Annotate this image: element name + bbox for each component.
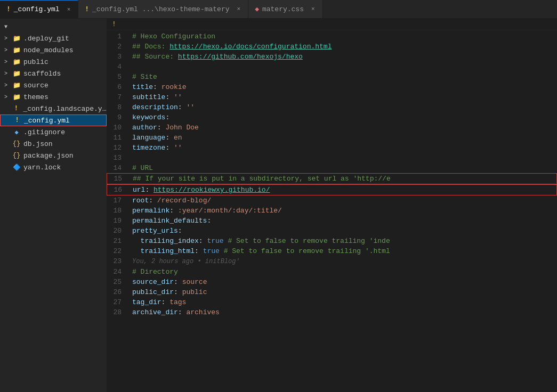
tab-config-yml-main[interactable]: !_config.yml× — [0, 0, 78, 18]
code-line-8: 8description: '' — [107, 102, 557, 112]
sidebar-label: node_modules — [23, 46, 74, 54]
token-comment: # Site — [132, 73, 157, 81]
code-line-22: 22 trailing_html: true # Set to false to… — [107, 246, 557, 256]
line-number: 23 — [107, 256, 128, 266]
token-key: archive_dir — [132, 308, 178, 316]
token-key: root — [132, 197, 149, 205]
code-line-23: 23You, 2 hours ago • initBlog' — [107, 256, 557, 267]
folder-arrow: > — [4, 83, 12, 88]
line-content: root: /record-blog/ — [128, 195, 557, 206]
code-line-15: 15## If your site is put in a subdirecto… — [107, 173, 557, 184]
token-key: permalink — [132, 207, 169, 215]
sidebar-item-deploy-git[interactable]: >📁.deploy_git — [0, 32, 107, 44]
token-white: : — [174, 288, 182, 296]
tab-close[interactable]: × — [66, 5, 72, 14]
line-content: ## If your site is put in a subdirectory… — [128, 174, 556, 184]
code-line-7: 7subtitle: '' — [107, 92, 557, 102]
sidebar-item-config-landscape[interactable]: !_config.landscape.yml — [0, 103, 107, 115]
token-string: tags — [169, 298, 186, 306]
folder-arrow: > — [4, 59, 12, 65]
main-layout: ▼ >📁.deploy_git>📁node_modules>📁public>📁s… — [0, 19, 557, 392]
token-string-val: '' — [174, 93, 182, 101]
breadcrumb-exclamation: ! — [112, 20, 116, 28]
folder-arrow: > — [4, 94, 12, 100]
code-line-25: 25source_dir: source — [107, 277, 557, 287]
line-number: 22 — [107, 246, 128, 256]
token-key: subtitle — [132, 93, 165, 101]
token-string: rookie — [162, 83, 187, 91]
line-content: keywords: — [128, 112, 557, 123]
line-number: 17 — [107, 195, 128, 206]
line-content: # Hexo Configuration — [128, 31, 557, 42]
sidebar-item-node-modules[interactable]: >📁node_modules — [0, 44, 107, 56]
token-white: : — [165, 134, 174, 142]
line-content: trailing_html: true # Set to false to re… — [128, 246, 557, 256]
code-line-28: 28archive_dir: archives — [107, 307, 557, 317]
line-number: 3 — [107, 52, 128, 62]
token-comment: # Set to false to remove trailing '.html — [220, 247, 390, 255]
json-icon: {} — [12, 140, 21, 148]
token-white: : — [149, 197, 157, 205]
line-number: 2 — [107, 42, 128, 52]
line-number: 9 — [107, 112, 128, 123]
sidebar-item-yarn-lock[interactable]: 🔷yarn.lock — [0, 161, 107, 173]
token-string-val: '' — [186, 103, 195, 111]
token-key: language — [132, 134, 165, 142]
code-line-24: 24# Directory — [107, 267, 557, 277]
sidebar-item-public[interactable]: >📁public — [0, 56, 107, 68]
code-line-18: 18permalink: :year/:month/:day/:title/ — [107, 206, 557, 216]
sidebar-item-themes[interactable]: >📁themes — [0, 91, 107, 103]
tab-label: _config.yml — [14, 5, 60, 13]
tab-matery-css[interactable]: ◆matery.css× — [248, 0, 322, 18]
sidebar: ▼ >📁.deploy_git>📁node_modules>📁public>📁s… — [0, 19, 107, 392]
tab-bar: !_config.yml×!_config.yml ...\hexo-theme… — [0, 0, 557, 19]
line-content: ## Docs: https://hexo.io/docs/configurat… — [128, 42, 557, 52]
token-bool: true — [207, 237, 223, 245]
blame-annotation: You, 2 hours ago • initBlog' — [132, 258, 240, 265]
line-content: ## Source: https://github.com/hexojs/hex… — [128, 52, 557, 62]
token-white: : — [178, 308, 187, 316]
token-bool: true — [203, 247, 220, 255]
json-icon: {} — [12, 152, 21, 159]
line-number: 1 — [107, 31, 128, 42]
line-number: 20 — [107, 226, 128, 236]
tab-close[interactable]: × — [236, 5, 242, 13]
sidebar-label: _config.yml — [24, 117, 70, 125]
token-key: pretty_urls — [132, 227, 178, 235]
line-content: permalink_defaults: — [128, 216, 557, 226]
sidebar-item-scaffolds[interactable]: >📁scaffolds — [0, 68, 107, 79]
tab-icon-exclamation: ! — [85, 5, 89, 13]
folder-icon: 📁 — [12, 93, 21, 101]
code-line-19: 19permalink_defaults: — [107, 216, 557, 226]
tab-close[interactable]: × — [310, 5, 316, 13]
token-white: : — [199, 237, 207, 245]
token-comment: # URL — [132, 164, 153, 172]
sidebar-item-config-yml[interactable]: !_config.yml — [0, 115, 107, 126]
sidebar-item-gitignore[interactable]: ◆.gitignore — [0, 126, 107, 138]
sidebar-item-db-json[interactable]: {}db.json — [0, 138, 107, 150]
sidebar-item-package-json[interactable]: {}package.json — [0, 150, 107, 161]
folder-icon: 📁 — [12, 46, 21, 54]
sidebar-label: themes — [23, 93, 49, 101]
token-key: trailing_index — [132, 237, 199, 245]
line-number: 26 — [107, 287, 128, 297]
line-number: 25 — [107, 277, 128, 287]
line-content: trailing_index: true # Set to false to r… — [128, 236, 557, 246]
sidebar-item-source[interactable]: >📁source — [0, 79, 107, 91]
line-content: # Site — [128, 72, 557, 82]
token-white: : — [165, 93, 174, 101]
code-line-12: 12timezone: '' — [107, 143, 557, 153]
token-string: :year/:month/:day/:title/ — [178, 207, 282, 215]
code-editor[interactable]: 1# Hexo Configuration2## Docs: https://h… — [107, 31, 557, 392]
line-content: # Directory — [128, 267, 557, 277]
line-number: 5 — [107, 72, 128, 82]
git-icon: ◆ — [12, 128, 21, 136]
folder-icon: 📁 — [12, 81, 21, 89]
token-string: en — [174, 134, 182, 142]
token-white: : — [153, 83, 162, 91]
token-key: title — [132, 83, 153, 91]
token-comment: ## If your site is put in a subdirectory… — [133, 175, 391, 183]
tab-config-yml-matery[interactable]: !_config.yml ...\hexo-theme-matery× — [78, 0, 248, 18]
line-content — [128, 153, 557, 163]
token-key: keywords — [132, 113, 165, 121]
